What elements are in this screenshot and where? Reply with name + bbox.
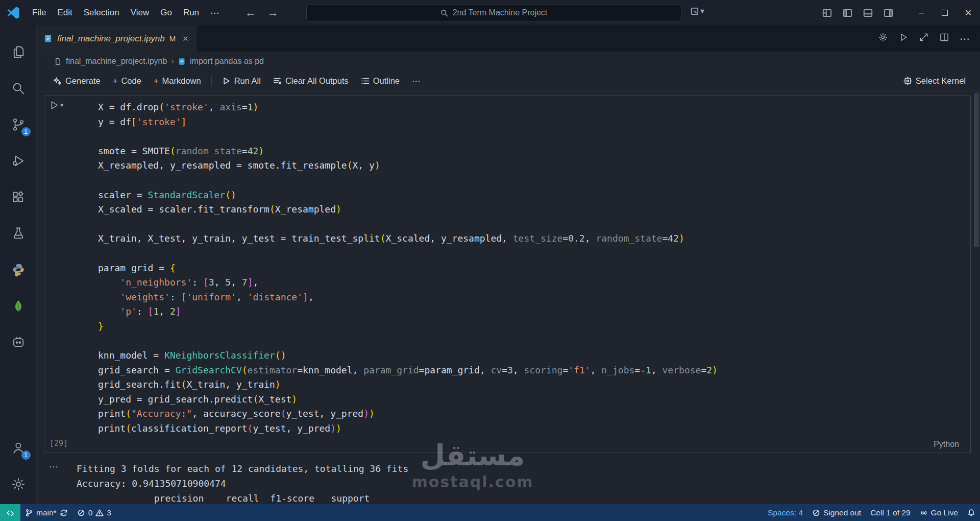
select-kernel-label: Select Kernel (916, 76, 966, 86)
code-line[interactable]: grid_search = GridSearchCV(estimator=knn… (98, 363, 970, 378)
code-line[interactable] (98, 129, 970, 144)
run-all-cells-button[interactable]: Run All (217, 73, 266, 88)
indentation-status[interactable]: Spaces: 4 (763, 504, 807, 521)
forward-icon[interactable]: → (267, 6, 279, 19)
menu-run[interactable]: Run (178, 8, 205, 18)
remote-icon (6, 509, 14, 517)
menu-more[interactable]: ⋯ (205, 8, 225, 18)
run-cell-button[interactable]: ▾ (48, 100, 98, 111)
sidebar-item-source-control[interactable]: 1 (0, 106, 37, 143)
settings-button[interactable] (0, 466, 37, 502)
menu-go[interactable]: Go (155, 8, 178, 18)
code-line[interactable] (98, 173, 970, 188)
scrollbar-thumb[interactable] (974, 93, 979, 247)
go-live-button[interactable]: Go Live (915, 504, 963, 521)
sidebar-item-extensions[interactable] (0, 179, 37, 215)
code-line[interactable]: smote = SMOTE(random_state=42) (98, 144, 970, 159)
cell-position-status[interactable]: Cell 1 of 29 (866, 504, 915, 521)
branch-status[interactable]: main* (20, 504, 72, 521)
add-markdown-cell-button[interactable]: + Markdown (149, 73, 206, 88)
code-line[interactable] (98, 334, 970, 349)
output-options-button[interactable]: ⋯ (49, 462, 59, 472)
cell-gutter: ▾ [29] (44, 96, 98, 453)
sidebar-item-explorer[interactable] (0, 34, 37, 70)
code-line[interactable] (98, 246, 970, 261)
signed-out-icon (812, 509, 820, 517)
code-line[interactable]: param_grid = { (98, 261, 970, 276)
code-line[interactable]: 'weights': ['uniform', 'distance'], (98, 290, 970, 305)
toggle-secondary-sidebar-icon[interactable] (880, 5, 896, 21)
tab-notebook[interactable]: final_machine_project.ipynb M ✕ (37, 26, 197, 52)
menu-file[interactable]: File (27, 8, 52, 18)
notebook-settings-button[interactable] (878, 32, 888, 45)
sidebar-item-python[interactable] (0, 251, 37, 288)
add-code-cell-button[interactable]: + Code (108, 73, 146, 88)
remote-indicator[interactable] (0, 504, 20, 521)
output-line: precision recall f1-score support (77, 491, 408, 504)
menu-edit[interactable]: Edit (52, 8, 78, 18)
code-line[interactable]: } (98, 319, 970, 334)
close-tab-icon[interactable]: ✕ (182, 34, 189, 43)
menu-view[interactable]: View (125, 8, 155, 18)
code-line[interactable]: print(classification_report(y_test, y_pr… (98, 421, 970, 436)
outline-button[interactable]: Outline (356, 73, 405, 88)
run-all-button[interactable] (898, 32, 909, 45)
code-line[interactable]: grid_search.fit(X_train, y_train) (98, 377, 970, 392)
workspace-actions[interactable]: ▾ (690, 6, 704, 16)
code-line[interactable] (98, 217, 970, 232)
gear-icon (11, 477, 26, 491)
problems-status[interactable]: 0 3 (72, 504, 116, 521)
code-line[interactable]: X_train, X_test, y_train, y_test = train… (98, 231, 970, 246)
broadcast-icon (920, 509, 928, 517)
cell-language-picker[interactable]: Python (934, 440, 959, 449)
notifications-button[interactable] (963, 504, 980, 521)
code-line[interactable]: X = df.drop('stroke', axis=1) (98, 100, 970, 115)
source-control-badge: 1 (21, 127, 31, 136)
output-text: Fitting 3 folds for each of 12 candidate… (77, 461, 408, 504)
toggle-primary-sidebar-icon[interactable] (839, 5, 855, 21)
breadcrumb-cell[interactable]: import pandas as pd (190, 57, 264, 66)
command-center-search[interactable]: 2nd Term Machine Project (306, 4, 681, 21)
accounts-button[interactable]: 1 (0, 430, 37, 466)
split-editor-button[interactable] (939, 32, 949, 45)
code-line[interactable]: scaler = StandardScaler() (98, 188, 970, 203)
open-changes-button[interactable] (919, 32, 929, 45)
code-line[interactable]: 'p': [1, 2] (98, 304, 970, 319)
add-code-label: Code (121, 76, 141, 86)
maximize-button[interactable] (933, 0, 957, 26)
chevron-down-icon[interactable]: ▾ (60, 101, 64, 109)
code-line[interactable]: X_scaled = scaler.fit_transform(X_resamp… (98, 202, 970, 217)
notebook-body: ▾ [29] X = df.drop('stroke', axis=1)y = … (37, 91, 980, 504)
customize-layout-icon[interactable] (819, 5, 835, 21)
sidebar-item-run-debug[interactable] (0, 143, 37, 179)
back-icon[interactable]: ← (245, 6, 256, 19)
code-line[interactable]: X_resampled, y_resampled = smote.fit_res… (98, 158, 970, 173)
gear-icon (878, 32, 888, 42)
code-editor[interactable]: X = df.drop('stroke', axis=1)y = df['str… (98, 96, 970, 436)
sidebar-item-search[interactable] (0, 70, 37, 106)
toolbar-more-button[interactable]: ⋯ (407, 73, 426, 88)
sidebar-item-mongodb[interactable] (0, 288, 37, 324)
sidebar-item-extension-ai[interactable] (0, 324, 37, 360)
sparkle-icon (53, 77, 62, 85)
code-line[interactable]: 'n_neighbors': [3, 5, 7], (98, 275, 970, 290)
close-button[interactable]: ✕ (957, 0, 980, 26)
code-line[interactable]: knn_model = KNeighborsClassifier() (98, 348, 970, 363)
output-line: Fitting 3 folds for each of 12 candidate… (77, 461, 408, 476)
code-line[interactable]: y = df['stroke'] (98, 115, 970, 130)
more-actions-button[interactable]: ⋯ (960, 33, 970, 45)
git-branch-icon (25, 509, 33, 517)
sidebar-item-testing[interactable] (0, 215, 37, 251)
generate-button[interactable]: Generate (48, 73, 106, 88)
menu-selection[interactable]: Selection (78, 8, 125, 18)
signed-out-status[interactable]: Signed out (807, 504, 866, 521)
select-kernel-button[interactable]: Select Kernel (898, 73, 971, 88)
clear-all-outputs-button[interactable]: Clear All Outputs (268, 73, 354, 88)
minimize-button[interactable]: – (910, 0, 933, 26)
breadcrumb-file[interactable]: final_machine_project.ipynb (66, 57, 167, 66)
code-line[interactable]: y_pred = grid_search.predict(X_test) (98, 392, 970, 407)
run-debug-icon (11, 154, 26, 168)
code-line[interactable]: print("Accuracy:", accuracy_score(y_test… (98, 407, 970, 421)
vscode-logo-icon (0, 6, 27, 20)
toggle-panel-icon[interactable] (860, 5, 876, 21)
